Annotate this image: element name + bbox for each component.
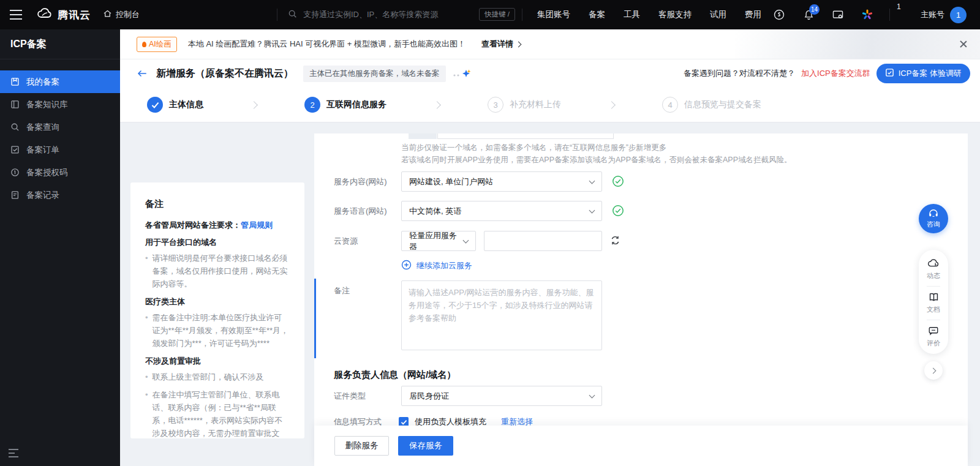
- clipped-field-remnant: [409, 133, 437, 139]
- survey-button-label: ICP备案 体验调研: [899, 68, 962, 79]
- page-title: 新增服务（原备案不在腾讯云）: [156, 67, 293, 80]
- service-content-select[interactable]: 网站建设, 单位门户网站: [401, 171, 602, 192]
- cert-type-select[interactable]: 居民身份证: [401, 386, 602, 406]
- banner-close-icon[interactable]: [959, 40, 968, 48]
- consult-button[interactable]: 咨询: [919, 204, 948, 233]
- bullet-dot: •: [145, 311, 148, 350]
- add-cloud-service-link[interactable]: 继续添加云服务: [401, 260, 472, 272]
- sidebar-item-filing-query[interactable]: 备案查询: [0, 116, 120, 138]
- book-icon: [10, 100, 20, 109]
- home-icon: [103, 9, 112, 20]
- ai-assistant-pinwheel-icon[interactable]: [861, 9, 873, 21]
- notes-panel: 备注 各省管局对网站备注要求：管局规则 用于平台接口的域名 •请详细说明是何平台…: [130, 182, 304, 438]
- step-number: 4: [662, 97, 678, 113]
- service-language-value: 中文简体, 英语: [409, 206, 461, 217]
- fill-mode-label: 信息填写方式: [334, 416, 393, 426]
- stepper: 主体信息 2 互联网信息服务 3 补充材料上传 4 信息预览与提交备案: [120, 88, 980, 122]
- menu-icp[interactable]: 备案: [579, 9, 614, 20]
- add-cloud-service-label: 继续添加云服务: [417, 260, 472, 271]
- sidebar-item-filing-orders[interactable]: 备案订单: [0, 138, 120, 161]
- chevron-down-icon: [589, 207, 595, 213]
- service-language-select[interactable]: 中文简体, 英语: [401, 201, 602, 221]
- join-group-link[interactable]: 加入ICP备案交流群: [801, 68, 870, 79]
- step-label: 补充材料上传: [510, 99, 561, 110]
- chevron-right-icon: [516, 41, 522, 47]
- remark-label: 备注: [334, 285, 350, 296]
- magnifier-icon: [10, 122, 20, 132]
- divider: [927, 320, 940, 320]
- cert-type-value: 居民身份证: [409, 391, 449, 402]
- sparkle-icon[interactable]: [452, 68, 473, 79]
- circled-one-icon: [10, 168, 20, 177]
- sidebar-item-label: 备案查询: [26, 122, 59, 133]
- menu-group-account[interactable]: 集团账号: [528, 9, 579, 20]
- banner-detail-link[interactable]: 查看详情: [481, 39, 521, 50]
- reselect-link[interactable]: 重新选择: [501, 416, 533, 426]
- step-preview-submit: 4 信息预览与提交备案: [662, 97, 761, 113]
- sidebar-title: ICP备案: [0, 29, 120, 59]
- notification-bell-icon[interactable]: 14: [802, 9, 815, 21]
- open-book-icon: [928, 292, 940, 303]
- console-link[interactable]: 控制台: [103, 0, 140, 29]
- service-form-panel: 当前步仅验证一个域名，如需备案多个域名，请在“互联网信息服务”步新增更多 若该域…: [314, 133, 968, 426]
- divider: [927, 286, 940, 287]
- logo-text: 腾讯云: [58, 8, 91, 22]
- main-area: AI绘画 本地 AI 绘画配置难？腾讯云 HAI 可视化界面 + 模型微调，新手…: [120, 29, 980, 466]
- ai-paint-tag-label: AI绘画: [149, 39, 172, 50]
- account-label[interactable]: 主账号: [921, 0, 944, 29]
- float-collapse-button[interactable]: [924, 361, 943, 380]
- float-item-feedback[interactable]: 评价: [927, 326, 940, 348]
- menu-billing[interactable]: 费用: [736, 9, 771, 20]
- cloud-resource-type-select[interactable]: 轻量应用服务器: [401, 231, 476, 251]
- header-right: 备案遇到问题？对流程不清楚？ 加入ICP备案交流群 ICP备案 体验调研: [684, 64, 970, 83]
- tencent-cloud-logo[interactable]: 腾讯云: [37, 0, 91, 29]
- headset-icon: [928, 208, 939, 219]
- promo-banner: AI绘画 本地 AI 绘画配置难？腾讯云 HAI 可视化界面 + 模型微调，新手…: [120, 29, 980, 59]
- chat-bubble-icon: [928, 326, 939, 337]
- tip-line-2: 若该域名同时开展APP业务使用，需要在APP备案添加该域名为APP备案域名，否则…: [401, 154, 792, 166]
- checked-list-icon: [10, 145, 20, 154]
- float-item-label: 动态: [927, 271, 940, 280]
- sidebar-item-knowledge-base[interactable]: 备案知识库: [0, 93, 120, 116]
- float-item-docs[interactable]: 文档: [927, 292, 940, 314]
- console-settings-icon[interactable]: [832, 9, 844, 21]
- template-checkbox[interactable]: [399, 417, 409, 426]
- shortcut-chip[interactable]: 快捷键 /: [479, 8, 515, 21]
- float-item-updates[interactable]: 动态: [927, 258, 940, 280]
- cloud-resource-input[interactable]: [484, 231, 602, 251]
- remark-textarea[interactable]: [401, 280, 602, 350]
- topbar: 腾讯云 控制台 支持通过实例ID、IP、名称等搜索资源 快捷键 / 集团账号 备…: [0, 0, 980, 29]
- notes-title: 备注: [145, 198, 290, 210]
- float-item-label: 评价: [927, 339, 940, 348]
- menu-tools[interactable]: 工具: [614, 9, 649, 20]
- hamburger-menu-icon[interactable]: [9, 0, 23, 29]
- bullet-dot: •: [145, 388, 148, 438]
- save-service-button[interactable]: 保存服务: [398, 436, 453, 456]
- delete-service-button[interactable]: 删除服务: [334, 436, 389, 456]
- sidebar-item-auth-code[interactable]: 备案授权码: [0, 161, 120, 184]
- console-label: 控制台: [116, 9, 140, 20]
- refresh-icon[interactable]: [609, 235, 621, 249]
- menu-trial[interactable]: 试用: [701, 9, 736, 20]
- workorder-icon[interactable]: [773, 9, 785, 21]
- sidebar-item-filing-records[interactable]: 备案记录: [0, 184, 120, 206]
- service-content-label: 服务内容(网站): [334, 176, 387, 187]
- notes-heading-no-preapproval: 不涉及前置审批: [145, 356, 290, 367]
- step-subject-info: 主体信息: [147, 97, 203, 113]
- menu-support[interactable]: 客服支持: [649, 9, 701, 20]
- help-text: 备案遇到问题？对流程不清楚？: [684, 68, 795, 79]
- sidebar-item-my-filings[interactable]: 我的备案: [0, 70, 120, 93]
- global-search[interactable]: 支持通过实例ID、IP、名称等搜索资源: [288, 0, 438, 29]
- step-number: 2: [304, 97, 320, 113]
- avatar[interactable]: 1: [950, 7, 967, 23]
- back-arrow-button[interactable]: [137, 69, 148, 78]
- bureau-rules-link[interactable]: 管局规则: [241, 220, 273, 230]
- document-lines-icon: [10, 190, 20, 200]
- survey-button[interactable]: ICP备案 体验调研: [876, 64, 970, 83]
- consult-label: 咨询: [927, 220, 940, 229]
- valid-check-icon: [612, 175, 624, 190]
- sidebar-collapse-icon[interactable]: [9, 449, 18, 457]
- cloud-resource-label: 云资源: [334, 236, 358, 247]
- bullet-dot: •: [145, 252, 148, 290]
- cloud-updates-icon: [927, 258, 940, 269]
